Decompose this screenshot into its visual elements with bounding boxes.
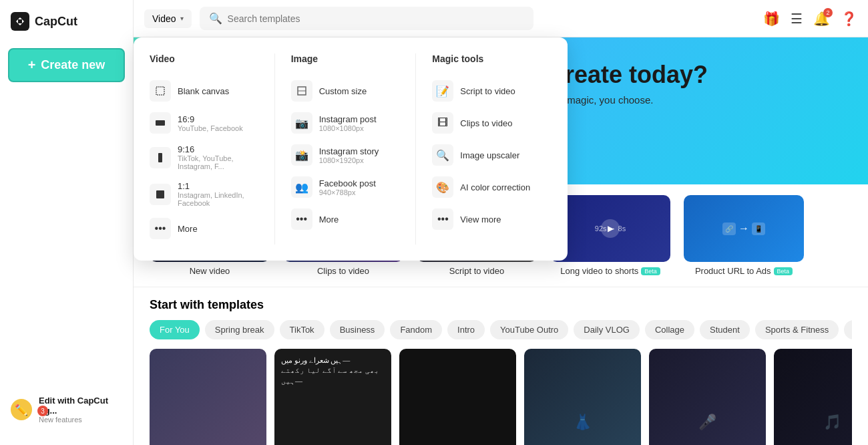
tool-long-video-to-shorts[interactable]: 92s → 8s ▶ Long video to shorts Beta — [550, 195, 670, 276]
new-video-label: New video — [190, 266, 230, 276]
more-image-label: More — [319, 214, 339, 225]
search-input[interactable] — [228, 13, 524, 24]
1-1-text: 1:1 Instagram, LinkedIn, Facebook — [178, 181, 258, 207]
edit-promo-title: Edit with CapCut rig... — [39, 396, 123, 416]
long-video-label-row: Long video to shorts Beta — [560, 266, 660, 276]
16-9-text: 16:9 YouTube, Facebook — [178, 114, 243, 132]
blank-canvas-text: Blank canvas — [178, 86, 229, 96]
instagram-story-sub: 1080×1920px — [319, 156, 379, 164]
more-image-icon: ••• — [291, 208, 312, 230]
magic-color-label: AI color correction — [460, 182, 530, 192]
edit-promo-subtitle: New features — [39, 416, 123, 424]
search-bar[interactable]: 🔍 — [200, 7, 533, 30]
sidebar: CapCut + Create new ✏️ 3 Edit with CapCu… — [0, 0, 134, 445]
facebook-post-sub: 940×788px — [319, 188, 376, 196]
template-tab-fandom[interactable]: Fandom — [390, 320, 442, 339]
dropdown-1-1[interactable]: 1:1 Instagram, LinkedIn, Facebook — [150, 176, 258, 212]
template-card[interactable]: 👤 — [150, 349, 266, 445]
product-url-thumb: 🔗 → 📱 — [684, 195, 804, 262]
dropdown-custom-size[interactable]: Custom size — [291, 75, 400, 107]
notification-badge: 2 — [823, 8, 833, 17]
blank-canvas-icon — [150, 80, 171, 102]
svg-rect-5 — [156, 190, 164, 198]
template-tab-sports[interactable]: Sports & Fitness — [755, 320, 839, 339]
plus-icon: + — [28, 57, 36, 73]
facebook-post-icon: 👥 — [291, 176, 312, 198]
gift-icon[interactable]: 🎁 — [763, 11, 780, 27]
dropdown-16-9[interactable]: 16:9 YouTube, Facebook — [150, 107, 258, 139]
facebook-post-text: Facebook post 940×788px — [319, 178, 376, 196]
dropdown-ai-color[interactable]: 🎨 AI color correction — [432, 171, 541, 203]
16-9-sub: YouTube, Facebook — [178, 124, 243, 132]
templates-section: Start with templates For You Spring brea… — [134, 287, 868, 445]
beta-badge-long: Beta — [641, 267, 660, 275]
help-icon[interactable]: ❓ — [841, 11, 857, 27]
instagram-story-text: Instagram story 1080×1920px — [319, 146, 379, 164]
long-video-label: Long video to shorts — [560, 266, 638, 276]
storage-icon[interactable]: ☰ — [791, 11, 803, 27]
dropdown-image-upscaler[interactable]: 🔍 Image upscaler — [432, 139, 541, 171]
dropdown-instagram-post[interactable]: 📷 Instagram post 1080×1080px — [291, 107, 400, 139]
dropdown-facebook-post[interactable]: 👥 Facebook post 940×788px — [291, 171, 400, 203]
svg-rect-2 — [156, 87, 164, 95]
template-tab-intro[interactable]: Intro — [447, 320, 485, 339]
magic-upscaler-icon: 🔍 — [432, 144, 453, 166]
topbar-icons: 🎁 ☰ 🔔 2 ❓ — [763, 11, 857, 27]
chevron-down-icon: ▾ — [180, 15, 184, 22]
tool-product-url[interactable]: 🔗 → 📱 Product URL to Ads Beta — [684, 195, 804, 276]
topbar: Video ▾ 🔍 🎁 ☰ 🔔 2 ❓ — [134, 0, 868, 37]
16-9-label: 16:9 — [178, 114, 243, 124]
instagram-story-label: Instagram story — [319, 146, 379, 156]
promo-notification-badge: 3 — [37, 406, 48, 416]
template-card[interactable]: 🎵 — [774, 349, 852, 445]
template-tab-business[interactable]: Business — [330, 320, 385, 339]
magic-script-label: Script to video — [460, 86, 515, 96]
svg-rect-3 — [156, 120, 165, 126]
dropdown-video-more[interactable]: ••• More — [150, 212, 258, 245]
clips-to-video-label: Clips to video — [317, 266, 369, 276]
template-tab-slideshow[interactable]: Slideshow — [844, 320, 852, 339]
dropdown-clips-to-video[interactable]: 🎞 Clips to video — [432, 107, 541, 139]
template-tab-tiktok[interactable]: TikTok — [280, 320, 324, 339]
template-tab-for-you[interactable]: For You — [150, 320, 200, 339]
1-1-icon — [150, 184, 171, 205]
instagram-story-icon: 📸 — [291, 144, 312, 166]
instagram-post-sub: 1080×1080px — [319, 124, 377, 132]
dropdown-9-16[interactable]: 9:16 TikTok, YouTube, Instagram, F... — [150, 139, 258, 176]
edit-promo-banner[interactable]: ✏️ 3 Edit with CapCut rig... New feature… — [0, 388, 134, 432]
16-9-icon — [150, 112, 171, 134]
template-grid: 👤 ہیں شعراے ورنو میں—بھی مجھ سے آگے لیا … — [150, 349, 852, 445]
1-1-sub: Instagram, LinkedIn, Facebook — [178, 191, 258, 207]
svg-rect-1 — [18, 19, 22, 23]
custom-size-label: Custom size — [319, 86, 367, 96]
magic-clips-label: Clips to video — [460, 118, 512, 128]
dropdown-magic-more[interactable]: ••• View more — [432, 203, 541, 235]
template-card[interactable]: 👗 — [524, 349, 641, 445]
template-card[interactable] — [399, 349, 516, 445]
dropdown-video-title: Video — [150, 53, 258, 64]
template-tab-youtube-outro[interactable]: YouTube Outro — [490, 320, 568, 339]
template-tabs: For You Spring break TikTok Business Fan… — [150, 320, 852, 339]
templates-title: Start with templates — [150, 298, 852, 312]
dropdown-image-more[interactable]: ••• More — [291, 203, 400, 235]
dropdown-blank-canvas[interactable]: Blank canvas — [150, 75, 258, 107]
script-to-video-label: Script to video — [449, 266, 504, 276]
dropdown-instagram-story[interactable]: 📸 Instagram story 1080×1920px — [291, 139, 400, 171]
magic-upscaler-label: Image upscaler — [460, 150, 519, 160]
template-tab-collage[interactable]: Collage — [645, 320, 694, 339]
template-tab-daily-vlog[interactable]: Daily VLOG — [574, 320, 640, 339]
dropdown-image-title: Image — [291, 53, 400, 64]
notification-icon[interactable]: 🔔 2 — [813, 11, 830, 27]
template-card[interactable]: ہیں شعراے ورنو میں—بھی مجھ سے آگے لیا رک… — [274, 349, 391, 445]
logo[interactable]: CapCut — [0, 0, 133, 43]
dropdown-script-to-video[interactable]: 📝 Script to video — [432, 75, 541, 107]
9-16-label: 9:16 — [178, 144, 258, 154]
instagram-post-icon: 📷 — [291, 112, 312, 134]
template-tab-student[interactable]: Student — [700, 320, 750, 339]
custom-size-text: Custom size — [319, 86, 367, 96]
create-new-button[interactable]: + Create new — [8, 48, 125, 82]
dropdown-magic-title: Magic tools — [432, 53, 541, 64]
template-tab-spring-break[interactable]: Spring break — [205, 320, 274, 339]
media-type-dropdown[interactable]: Video ▾ — [144, 9, 192, 28]
template-card[interactable]: 🎤 — [649, 349, 766, 445]
